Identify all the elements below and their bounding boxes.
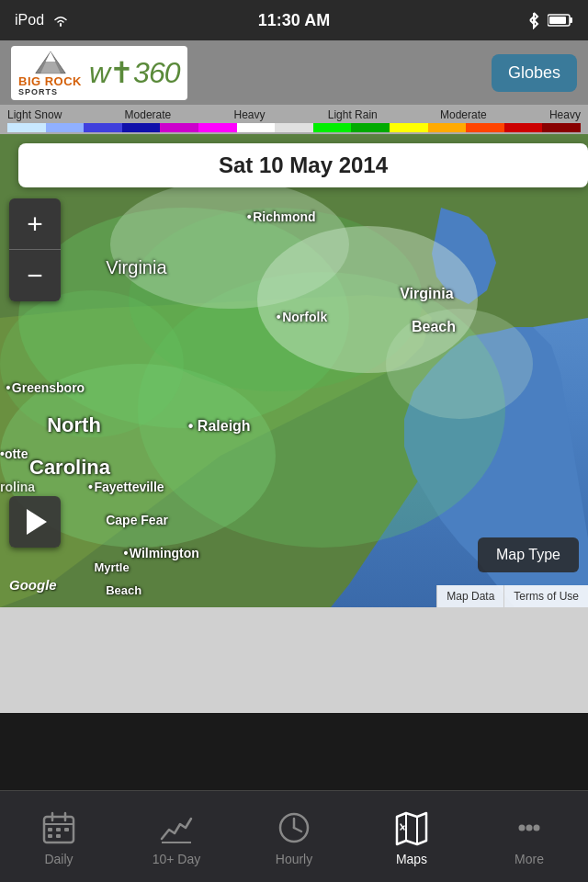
svg-rect-20 (64, 828, 69, 831)
google-watermark: Google (9, 577, 57, 593)
legend-label-6: Heavy (549, 108, 581, 121)
play-triangle-icon (27, 509, 47, 535)
tab-hourly-label: Hourly (276, 852, 312, 866)
tab-more[interactable]: More (470, 791, 588, 882)
big-rock-logo: BIG ROCK SPORTS (18, 50, 82, 96)
bluetooth-icon (527, 11, 540, 29)
status-time: 11:30 AM (258, 11, 330, 30)
legend-label-5: Moderate (440, 108, 487, 121)
chart-icon (156, 808, 197, 848)
svg-rect-19 (56, 828, 61, 831)
zoom-controls: + − (9, 198, 61, 301)
more-icon (509, 808, 549, 848)
svg-rect-22 (56, 834, 61, 838)
tab-bar: Daily 10+ Day Hourly (0, 790, 588, 882)
svg-rect-2 (549, 17, 566, 24)
tab-maps-label: Maps (396, 852, 427, 866)
date-text: Sat 10 May 2014 (219, 153, 388, 177)
map-type-button[interactable]: Map Type (478, 537, 579, 572)
mountain-icon (34, 50, 67, 75)
tab-10plus[interactable]: 10+ Day (118, 791, 235, 882)
clock-icon (274, 808, 314, 848)
legend-labels: Light Snow Moderate Heavy Light Rain Mod… (7, 108, 581, 121)
battery-icon (548, 13, 573, 28)
legend-label-1: Light Snow (7, 108, 62, 121)
big-rock-label: BIG ROCK (18, 75, 82, 87)
status-right (527, 11, 573, 29)
date-banner: Sat 10 May 2014 (18, 143, 588, 187)
legend-color-bar (7, 123, 581, 132)
tab-more-label: More (514, 852, 544, 866)
map-area[interactable]: Sat 10 May 2014 + − Richmond • Virginia … (0, 134, 588, 607)
legend-bar: Light Snow Moderate Heavy Light Rain Mod… (0, 105, 588, 134)
svg-point-34 (534, 824, 540, 831)
bottom-spacer (0, 607, 588, 713)
tab-maps[interactable]: Maps (353, 791, 470, 882)
svg-point-33 (526, 824, 533, 831)
maps-icon (391, 808, 432, 848)
zoom-out-button[interactable]: − (9, 250, 61, 301)
svg-line-26 (294, 828, 301, 831)
map-footer-links: Map Data Terms of Use (436, 585, 588, 607)
play-button[interactable] (9, 496, 61, 548)
tab-hourly[interactable]: Hourly (235, 791, 353, 882)
tab-daily-label: Daily (44, 852, 73, 866)
svg-point-32 (519, 824, 526, 831)
status-left: iPod (15, 12, 70, 28)
device-name: iPod (15, 12, 44, 28)
wt360-logo: w✝wt360360 (89, 55, 180, 90)
tab-daily[interactable]: Daily (0, 791, 118, 882)
tab-10plus-label: 10+ Day (153, 852, 201, 866)
legend-label-2: Moderate (125, 108, 172, 121)
calendar-icon (39, 808, 79, 848)
svg-rect-21 (48, 834, 52, 838)
sports-label: SPORTS (18, 87, 82, 96)
big-rock-text: BIG ROCK SPORTS (18, 75, 82, 96)
svg-rect-1 (570, 17, 572, 23)
terms-link[interactable]: Terms of Use (503, 585, 588, 607)
globes-button[interactable]: Globes (492, 54, 577, 92)
legend-label-3: Heavy (234, 108, 266, 121)
map-data-link[interactable]: Map Data (436, 585, 503, 607)
map-svg (0, 134, 588, 607)
wifi-icon (51, 13, 70, 28)
zoom-in-button[interactable]: + (9, 198, 61, 250)
legend-label-4: Light Rain (328, 108, 378, 121)
header: BIG ROCK SPORTS w✝wt360360 Globes (0, 40, 588, 105)
logo-area: BIG ROCK SPORTS w✝wt360360 (11, 46, 187, 100)
svg-rect-18 (48, 828, 52, 831)
status-bar: iPod 11:30 AM (0, 0, 588, 40)
